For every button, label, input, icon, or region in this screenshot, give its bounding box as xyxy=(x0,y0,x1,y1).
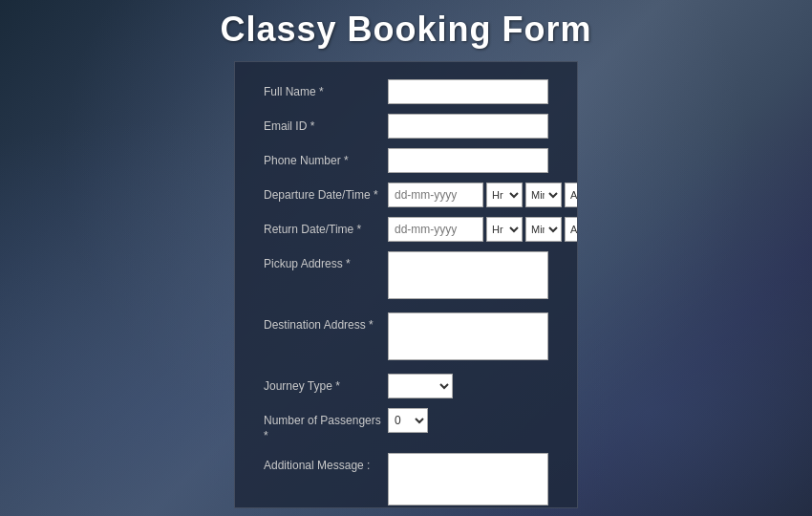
passengers-control: 0123 4567 8910 xyxy=(388,408,548,433)
return-ampm-select[interactable]: AMPM xyxy=(565,217,578,242)
journey-type-select[interactable]: One Way Round Trip xyxy=(388,374,453,398)
destination-row: Destination Address * xyxy=(264,312,548,364)
departure-ampm-select[interactable]: AMPM xyxy=(565,183,578,207)
destination-control xyxy=(388,312,548,364)
email-label: Email ID * xyxy=(264,114,388,135)
departure-label: Departure Date/Time * xyxy=(264,183,388,204)
return-minute-select[interactable]: Min000510 15202530 3540455055 xyxy=(525,217,562,242)
departure-control: Hr010203 04050607 0809101112 Min000510 1… xyxy=(388,183,578,207)
additional-message-row: Additional Message : xyxy=(264,453,548,508)
phone-control xyxy=(388,148,548,173)
form-container: Full Name * Email ID * Phone Number * De… xyxy=(234,61,578,508)
destination-label: Destination Address * xyxy=(264,312,388,333)
full-name-control xyxy=(388,79,548,104)
additional-message-label: Additional Message : xyxy=(264,453,388,474)
journey-type-label: Journey Type * xyxy=(264,374,388,395)
email-control xyxy=(388,114,548,139)
page-title: Classy Booking Form xyxy=(220,10,591,50)
return-control: Hr010203 04050607 0809101112 Min000510 1… xyxy=(388,217,578,242)
journey-type-row: Journey Type * One Way Round Trip xyxy=(264,374,548,398)
passengers-row: Number of Passengers * 0123 4567 8910 xyxy=(264,408,548,443)
additional-message-textarea[interactable] xyxy=(388,453,548,505)
departure-row: Departure Date/Time * Hr010203 04050607 … xyxy=(264,183,548,207)
pickup-textarea[interactable] xyxy=(388,251,548,299)
pickup-label: Pickup Address * xyxy=(264,251,388,272)
destination-textarea[interactable] xyxy=(388,312,548,360)
return-row: Return Date/Time * Hr010203 04050607 080… xyxy=(264,217,548,242)
full-name-row: Full Name * xyxy=(264,79,548,104)
passengers-select[interactable]: 0123 4567 8910 xyxy=(388,408,428,433)
phone-label: Phone Number * xyxy=(264,148,388,169)
pickup-row: Pickup Address * xyxy=(264,251,548,303)
return-datetime-group: Hr010203 04050607 0809101112 Min000510 1… xyxy=(388,217,578,242)
departure-datetime-group: Hr010203 04050607 0809101112 Min000510 1… xyxy=(388,183,578,207)
pickup-control xyxy=(388,251,548,303)
email-row: Email ID * xyxy=(264,114,548,139)
additional-message-control xyxy=(388,453,548,508)
departure-minute-select[interactable]: Min000510 15202530 3540455055 xyxy=(525,183,562,207)
phone-row: Phone Number * xyxy=(264,148,548,173)
journey-type-control: One Way Round Trip xyxy=(388,374,548,398)
passengers-label: Number of Passengers * xyxy=(264,408,388,443)
departure-hour-select[interactable]: Hr010203 04050607 0809101112 xyxy=(486,183,523,207)
return-label: Return Date/Time * xyxy=(264,217,388,238)
full-name-input[interactable] xyxy=(388,79,548,104)
page: Classy Booking Form Full Name * Email ID… xyxy=(0,0,812,516)
email-input[interactable] xyxy=(388,114,548,139)
return-hour-select[interactable]: Hr010203 04050607 0809101112 xyxy=(486,217,523,242)
departure-date-input[interactable] xyxy=(388,183,483,207)
phone-input[interactable] xyxy=(388,148,548,173)
full-name-label: Full Name * xyxy=(264,79,388,100)
return-date-input[interactable] xyxy=(388,217,483,242)
